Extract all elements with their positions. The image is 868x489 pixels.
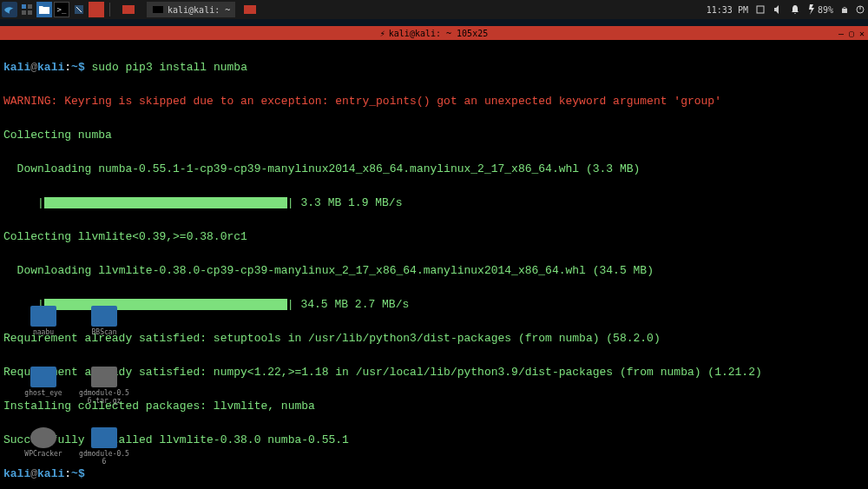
icon-label: gdmodule-0.56.tar.gz	[78, 389, 130, 405]
editor-icon[interactable]	[71, 2, 87, 17]
folder-icon	[30, 367, 56, 387]
prompt-colon: :	[64, 467, 71, 480]
prompt-dollar: $	[78, 61, 85, 74]
prompt-user: kali	[3, 467, 30, 480]
desktop-icon-naabu[interactable]: naabu	[17, 306, 69, 336]
lock-icon[interactable]	[840, 5, 849, 14]
file-manager-icon[interactable]	[36, 2, 52, 17]
prompt-host: kali	[37, 467, 64, 480]
task-thumb-icon	[152, 5, 164, 14]
window-controls: — ▢ ✕	[838, 29, 865, 38]
terminal-title: kali@kali: ~ 105x25	[389, 29, 488, 38]
svg-rect-3	[28, 10, 32, 15]
workspace-icon[interactable]	[19, 2, 35, 17]
battery-percent: 89%	[818, 5, 833, 15]
terminal-line: Downloading numba-0.55.1-1-cp39-cp39-man…	[3, 161, 865, 178]
volume-icon[interactable]	[773, 4, 783, 15]
maximize-button[interactable]: ▢	[849, 29, 854, 38]
title-icon: ⚡	[380, 29, 385, 38]
prompt-at: @	[30, 467, 37, 480]
terminal-window: ⚡ kali@kali: ~ 105x25 — ▢ ✕ kali@kali:~$…	[0, 26, 868, 489]
task-item-1[interactable]	[117, 2, 143, 17]
terminal-line: || 34.5 MB 2.7 MB/s	[3, 296, 865, 314]
svg-rect-1	[28, 4, 32, 9]
prompt-at: @	[30, 61, 37, 74]
terminal-line: Requirement already satisfied: numpy<1.2…	[3, 364, 865, 381]
prompt-colon: :	[64, 61, 71, 74]
task-item-3[interactable]	[239, 2, 261, 17]
desktop-icon-wpcracker[interactable]: WPCracker	[17, 427, 69, 458]
desktop-icon-ghosteye[interactable]: ghost_eye	[17, 367, 69, 397]
prompt-path: ~	[71, 61, 78, 74]
close-button[interactable]: ✕	[859, 29, 865, 38]
folder-icon	[91, 427, 117, 448]
icon-label: BBScan	[92, 328, 117, 336]
app-icon[interactable]	[89, 2, 104, 17]
terminal-content[interactable]: kali@kali:~$ sudo pip3 install numba WAR…	[0, 40, 868, 489]
svg-rect-5	[757, 6, 764, 13]
network-icon[interactable]	[755, 4, 766, 15]
folder-icon	[30, 306, 56, 327]
kali-menu-icon[interactable]	[2, 2, 17, 17]
terminal-line: Downloading llvmlite-0.38.0-cp39-cp39-ma…	[3, 262, 865, 280]
progress-left: |	[3, 196, 44, 209]
terminal-line: WARNING: Keyring is skipped due to an ex…	[3, 93, 865, 110]
gear-icon	[30, 427, 56, 448]
clock[interactable]: 11:33 PM	[707, 5, 748, 15]
terminal-line: Installing collected packages: llvmlite,…	[3, 398, 865, 415]
progress-right: | 34.5 MB 2.7 MB/s	[287, 298, 409, 311]
archive-icon	[91, 367, 117, 387]
terminal-titlebar[interactable]: ⚡ kali@kali: ~ 105x25 — ▢ ✕	[0, 26, 868, 40]
terminal-line: Collecting numba	[3, 127, 865, 144]
task-item-terminal[interactable]: kali@kali: ~	[147, 2, 235, 17]
terminal-line: || 3.3 MB 1.9 MB/s	[3, 195, 865, 212]
svg-rect-0	[22, 4, 26, 9]
prompt-host: kali	[37, 61, 64, 74]
progress-right: | 3.3 MB 1.9 MB/s	[287, 196, 403, 209]
prompt-path: ~	[71, 467, 78, 480]
svg-rect-6	[842, 9, 847, 13]
desktop-icon-bbscan[interactable]: BBScan	[78, 306, 130, 336]
prompt-dollar: $	[78, 467, 85, 480]
taskbar: >_ kali@kali: ~ 11:33 PM	[0, 0, 868, 19]
taskbar-left: >_ kali@kali: ~	[0, 2, 261, 17]
separator	[109, 3, 110, 17]
power-icon[interactable]	[856, 5, 865, 14]
terminal-line: kali@kali:~$ sudo pip3 install numba	[3, 59, 865, 76]
icon-label: ghost_eye	[24, 389, 62, 397]
prompt-user: kali	[3, 61, 30, 74]
battery-icon[interactable]: 89%	[807, 4, 833, 15]
desktop-icon-gdmodule[interactable]: gdmodule-0.56	[78, 427, 130, 466]
desktop-icon-gdmodule-tar[interactable]: gdmodule-0.56.tar.gz	[78, 367, 130, 405]
terminal-line: kali@kali:~$	[3, 466, 865, 483]
command-text: sudo pip3 install numba	[92, 61, 247, 74]
taskbar-right: 11:33 PM 89%	[707, 4, 865, 15]
progress-bar	[44, 197, 287, 208]
notification-icon[interactable]	[790, 4, 800, 15]
minimize-button[interactable]: —	[838, 29, 844, 38]
terminal-launcher-icon[interactable]: >_	[54, 2, 69, 17]
terminal-line: Successfully installed llvmlite-0.38.0 n…	[3, 432, 865, 449]
desktop: ⚡ kali@kali: ~ 105x25 — ▢ ✕ kali@kali:~$…	[0, 19, 868, 489]
svg-rect-2	[22, 10, 26, 15]
task-label: kali@kali: ~	[168, 5, 230, 15]
terminal-line: Collecting llvmlite<0.39,>=0.38.0rc1	[3, 228, 865, 246]
terminal-line: Requirement already satisfied: setuptool…	[3, 330, 865, 347]
icon-label: naabu	[33, 328, 54, 336]
icon-label: WPCracker	[24, 450, 62, 458]
folder-icon	[91, 306, 117, 327]
task-thumb-icon	[122, 5, 135, 14]
icon-label: gdmodule-0.56	[78, 450, 130, 466]
task-thumb-icon	[244, 5, 256, 14]
